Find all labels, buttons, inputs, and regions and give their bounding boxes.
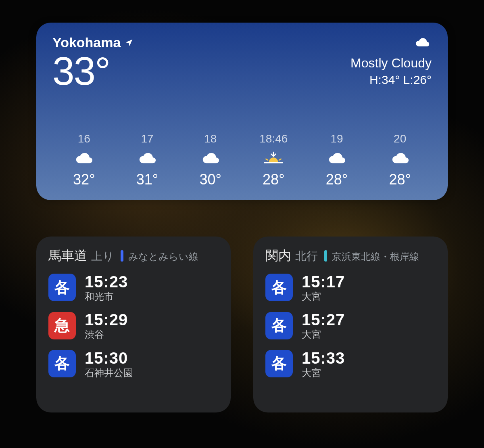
departure-time: 15:30	[85, 349, 133, 367]
departure-row: 各 15:33 大宮	[265, 349, 436, 378]
train-type-badge: 各	[48, 350, 76, 377]
weather-location-block: Yokohama 33°	[52, 35, 134, 91]
forecast-time: 17	[141, 132, 153, 145]
transit-header: 馬車道 上り みなとみらい線	[48, 247, 219, 265]
direction-label: 北行	[295, 249, 318, 264]
svg-line-1	[266, 159, 268, 160]
departure-time: 15:29	[85, 311, 128, 329]
forecast-item: 18 30°	[179, 132, 242, 188]
forecast-temp: 28°	[326, 171, 348, 188]
weather-widget[interactable]: Yokohama 33° Mostly Cloudy H:34° L:26° 1…	[36, 23, 448, 200]
station-name: 馬車道	[48, 247, 87, 265]
forecast-temp: 31°	[136, 171, 158, 188]
transit-widgets-row: 馬車道 上り みなとみらい線 各 15:23 和光市 急 15:29 渋谷	[36, 237, 448, 412]
high-low-text: H:34° L:26°	[369, 73, 432, 87]
train-type-badge: 各	[265, 274, 293, 301]
forecast-item: 20 28°	[368, 132, 432, 188]
train-type-badge: 各	[48, 274, 76, 301]
departure-time: 15:33	[302, 349, 345, 367]
departure-time: 15:23	[85, 273, 128, 291]
forecast-item: 18:46 28°	[242, 132, 305, 188]
forecast-time: 18	[204, 132, 217, 145]
current-temperature: 33°	[52, 51, 134, 91]
forecast-item: 17 31°	[116, 132, 179, 188]
forecast-time: 18:46	[259, 132, 288, 145]
train-type-badge: 各	[265, 312, 293, 339]
line-name: みなとみらい線	[128, 250, 198, 263]
departure-row: 各 15:17 大宮	[265, 273, 436, 302]
destination-name: 渋谷	[85, 329, 128, 340]
station-name: 関内	[265, 247, 291, 265]
location-name: Yokohama	[52, 35, 121, 50]
forecast-time: 20	[394, 132, 406, 145]
departure-row: 各 15:30 石神井公園	[48, 349, 219, 378]
forecast-temp: 32°	[73, 171, 95, 188]
cloud-icon	[199, 150, 222, 166]
forecast-time: 16	[78, 132, 90, 145]
cloud-icon	[73, 150, 95, 166]
destination-name: 和光市	[85, 291, 128, 302]
transit-header: 関内 北行 京浜東北線・根岸線	[265, 247, 436, 265]
condition-text: Mostly Cloudy	[350, 56, 432, 71]
svg-line-2	[279, 159, 281, 160]
line-color-bar-icon	[324, 250, 327, 262]
location-arrow-icon	[125, 35, 134, 50]
departure-row: 各 15:23 和光市	[48, 273, 219, 302]
weather-condition-block: Mostly Cloudy H:34° L:26°	[350, 35, 432, 87]
forecast-item: 19 28°	[305, 132, 369, 188]
direction-label: 上り	[91, 249, 114, 264]
departure-time: 15:27	[302, 311, 345, 329]
line-color-bar-icon	[121, 250, 123, 262]
transit-widget-left[interactable]: 馬車道 上り みなとみらい線 各 15:23 和光市 急 15:29 渋谷	[36, 237, 231, 412]
departure-time: 15:17	[302, 273, 345, 291]
hourly-forecast: 16 32° 17 31° 18 30° 18:46	[52, 132, 432, 191]
cloud-icon	[136, 150, 159, 166]
destination-name: 大宮	[302, 329, 345, 340]
cloud-icon	[413, 36, 432, 51]
destination-name: 大宮	[302, 291, 345, 302]
forecast-item: 16 32°	[52, 132, 116, 188]
weather-header: Yokohama 33° Mostly Cloudy H:34° L:26°	[52, 35, 432, 91]
departure-list: 各 15:17 大宮 各 15:27 大宮 各 15:33 大宮	[265, 273, 436, 378]
sunset-icon	[262, 150, 285, 166]
departure-list: 各 15:23 和光市 急 15:29 渋谷 各 15:30 石神井公園	[48, 273, 219, 378]
forecast-temp: 30°	[199, 171, 221, 188]
forecast-temp: 28°	[389, 171, 411, 188]
line-name: 京浜東北線・根岸線	[332, 250, 419, 263]
forecast-temp: 28°	[263, 171, 284, 188]
cloud-icon	[325, 150, 348, 166]
transit-widget-right[interactable]: 関内 北行 京浜東北線・根岸線 各 15:17 大宮 各 15:27 大宮	[253, 237, 448, 412]
departure-row: 各 15:27 大宮	[265, 311, 436, 340]
forecast-time: 19	[330, 132, 343, 145]
destination-name: 石神井公園	[85, 368, 133, 378]
train-type-badge: 急	[48, 312, 76, 339]
train-type-badge: 各	[265, 350, 293, 377]
destination-name: 大宮	[302, 368, 345, 378]
cloud-icon	[389, 150, 411, 166]
departure-row: 急 15:29 渋谷	[48, 311, 219, 340]
